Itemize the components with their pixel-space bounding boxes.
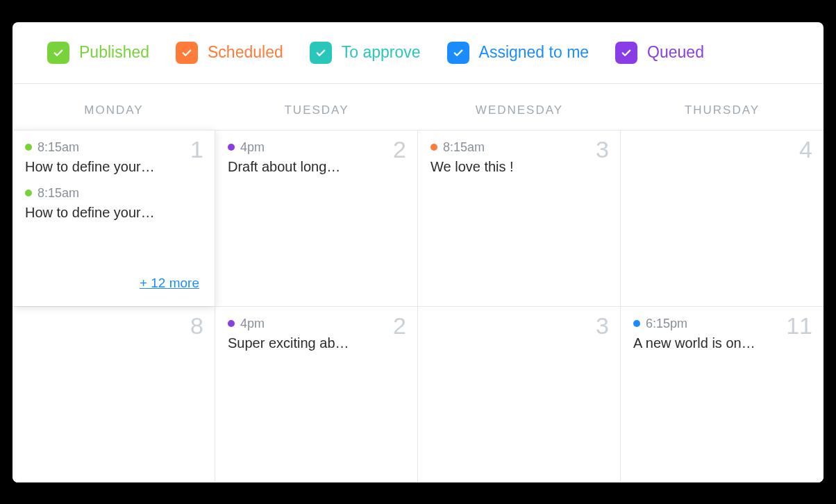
events-list: 8:15amHow to define your…8:15amHow to de… [25, 140, 202, 222]
event-title: Draft about long… [228, 158, 394, 176]
checkbox-scheduled[interactable] [176, 42, 198, 64]
event-item[interactable]: 8:15amHow to define your… [25, 140, 202, 176]
status-dot-icon [25, 190, 32, 196]
weekday-header: MONDAYTUESDAYWEDNESDAYTHURSDAY [12, 84, 824, 130]
event-time: 8:15am [37, 186, 79, 201]
filter-label-scheduled: Scheduled [208, 43, 283, 62]
filter-label-queued: Queued [647, 43, 704, 62]
checkbox-published[interactable] [47, 42, 69, 64]
filter-published[interactable]: Published [47, 42, 149, 64]
events-list: 4pmDraft about long… [228, 140, 405, 176]
status-dot-icon [633, 320, 640, 327]
calendar-card: PublishedScheduledTo approveAssigned to … [12, 22, 824, 482]
status-dot-icon [228, 144, 235, 151]
event-time: 6:15pm [646, 317, 687, 331]
filter-label-published: Published [79, 43, 149, 62]
event-title: A new world is on… [633, 334, 800, 353]
date-number: 4 [799, 136, 812, 163]
event-time: 8:15am [37, 140, 79, 155]
status-filters: PublishedScheduledTo approveAssigned to … [12, 22, 824, 83]
event-time: 8:15am [443, 140, 485, 155]
event-item[interactable]: 4pmSuper exciting ab… [228, 317, 405, 353]
status-dot-icon [430, 144, 437, 151]
calendar-cell[interactable]: 24pmDraft about long… [215, 130, 418, 306]
calendar-cell[interactable]: 116:15pmA new world is on… [621, 306, 824, 482]
checkbox-assigned[interactable] [447, 42, 469, 64]
calendar-cell[interactable]: 24pmSuper exciting ab… [215, 306, 418, 482]
event-title: How to define your… [25, 203, 192, 222]
calendar-cell[interactable]: 8 [12, 306, 215, 482]
date-number: 1 [190, 136, 203, 163]
calendar-cell[interactable]: 18:15amHow to define your…8:15amHow to d… [12, 130, 215, 306]
events-list: 6:15pmA new world is on… [633, 317, 811, 353]
event-title: How to define your… [25, 158, 192, 176]
event-item[interactable]: 4pmDraft about long… [228, 140, 405, 176]
calendar-cell[interactable]: 3 [418, 306, 621, 482]
weekday-label: THURSDAY [621, 103, 824, 117]
weekday-label: WEDNESDAY [418, 103, 621, 117]
event-item[interactable]: 8:15amWe love this ! [430, 140, 608, 176]
event-title: Super exciting ab… [228, 334, 394, 353]
calendar-cell[interactable]: 4 [621, 130, 824, 306]
check-icon [181, 47, 193, 59]
filter-to_approve[interactable]: To approve [310, 42, 421, 64]
date-number: 3 [596, 312, 609, 339]
event-title: We love this ! [430, 158, 597, 176]
filter-label-to_approve: To approve [342, 43, 421, 62]
date-number: 3 [596, 136, 609, 163]
date-number: 2 [393, 312, 406, 339]
event-time: 4pm [240, 140, 265, 155]
filter-queued[interactable]: Queued [615, 42, 704, 64]
filter-label-assigned: Assigned to me [479, 43, 590, 62]
event-time: 4pm [240, 317, 265, 331]
filter-scheduled[interactable]: Scheduled [176, 42, 283, 64]
check-icon [620, 47, 633, 59]
weekday-label: MONDAY [12, 103, 215, 117]
event-item[interactable]: 8:15amHow to define your… [25, 186, 202, 222]
calendar-grid: 18:15amHow to define your…8:15amHow to d… [12, 130, 824, 482]
event-item[interactable]: 6:15pmA new world is on… [633, 317, 811, 353]
check-icon [52, 47, 65, 59]
check-icon [452, 47, 465, 59]
checkbox-queued[interactable] [615, 42, 637, 64]
date-number: 2 [393, 136, 406, 163]
more-events-link[interactable]: + 12 more [140, 276, 199, 291]
calendar-cell[interactable]: 38:15amWe love this ! [418, 130, 621, 306]
status-dot-icon [25, 144, 32, 151]
events-list: 4pmSuper exciting ab… [228, 317, 405, 353]
filter-assigned[interactable]: Assigned to me [447, 42, 590, 64]
status-dot-icon [228, 320, 235, 327]
checkbox-to_approve[interactable] [310, 42, 332, 64]
check-icon [315, 47, 327, 59]
weekday-label: TUESDAY [215, 103, 418, 117]
events-list: 8:15amWe love this ! [430, 140, 608, 176]
date-number: 11 [786, 312, 812, 339]
date-number: 8 [190, 312, 203, 339]
